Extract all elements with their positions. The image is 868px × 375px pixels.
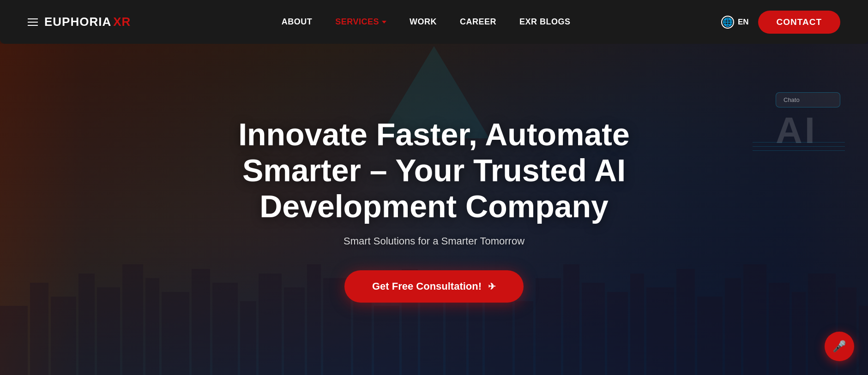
navbar: EUPHORIA XR ABOUT SERVICES WORK CAREER E… [0, 0, 868, 44]
nav-link-about[interactable]: ABOUT [282, 17, 313, 26]
send-icon: ✈ [488, 281, 496, 292]
nav-item-work[interactable]: WORK [410, 17, 437, 27]
language-button[interactable]: 🌐 EN [721, 16, 749, 29]
nav-link-exr-blogs[interactable]: EXR BLOGS [519, 17, 571, 26]
nav-link-services[interactable]: SERVICES [335, 17, 386, 27]
nav-right: 🌐 EN CONTACT [721, 11, 840, 34]
chevron-down-icon [382, 21, 386, 24]
logo-xr: XR [113, 15, 131, 29]
nav-item-about[interactable]: ABOUT [282, 17, 313, 27]
hamburger-line-2 [28, 22, 38, 23]
globe-icon: 🌐 [721, 16, 734, 29]
nav-link-services-label: SERVICES [335, 17, 379, 27]
mic-icon: 🎤 [832, 340, 846, 353]
logo-euphoria: EUPHORIA [44, 15, 111, 29]
nav-links: ABOUT SERVICES WORK CAREER EXR BLOGS [282, 17, 571, 27]
hero-subtitle: Smart Solutions for a Smarter Tomorrow [344, 235, 524, 247]
logo[interactable]: EUPHORIA XR [28, 15, 131, 29]
nav-item-services[interactable]: SERVICES [335, 17, 386, 27]
nav-item-exr-blogs[interactable]: EXR BLOGS [519, 17, 571, 27]
nav-item-career[interactable]: CAREER [460, 17, 496, 27]
mic-button[interactable]: 🎤 [825, 332, 854, 361]
nav-link-work[interactable]: WORK [410, 17, 437, 26]
hero-content: Innovate Faster, Automate Smarter – Your… [0, 44, 868, 375]
hero-title: Innovate Faster, Automate Smarter – Your… [180, 116, 688, 225]
hamburger-line-1 [28, 18, 38, 19]
nav-link-career[interactable]: CAREER [460, 17, 496, 26]
hero-section: Chato AI Innovate Faster, Automate Smart… [0, 0, 868, 375]
hamburger-line-3 [28, 25, 38, 26]
hamburger-icon [28, 18, 38, 26]
contact-button[interactable]: CONTACT [758, 11, 840, 34]
cta-label: Get Free Consultation! [372, 280, 482, 292]
cta-button[interactable]: Get Free Consultation! ✈ [344, 270, 524, 303]
language-label: EN [738, 18, 749, 27]
